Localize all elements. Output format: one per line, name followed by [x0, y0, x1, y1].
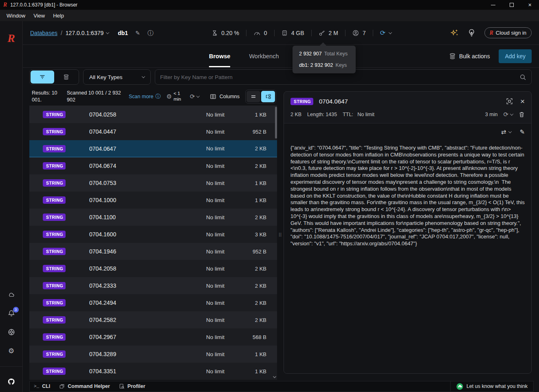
key-list-row[interactable]: STRING 0704.0753 No limit 1 KB — [29, 174, 277, 192]
chevron-down-icon — [389, 31, 392, 34]
key-type-badge: STRING — [43, 128, 66, 135]
nav-sidebar: R 3 ⚙ — [0, 21, 23, 392]
edit-alias-icon[interactable]: ✎ — [135, 30, 140, 36]
command-helper-tab[interactable]: Command Helper — [59, 383, 110, 389]
key-type-badge: STRING — [43, 282, 66, 289]
scrollbar-thumb[interactable] — [275, 107, 277, 139]
menu-window[interactable]: Window — [2, 13, 29, 19]
notifications-button[interactable]: 3 — [7, 309, 15, 317]
maximize-icon — [510, 3, 514, 7]
tab-workbench[interactable]: Workbench — [249, 45, 279, 67]
cloud-icon — [7, 291, 15, 298]
copilot-sparkles-icon[interactable] — [450, 29, 459, 37]
key-list-row[interactable]: STRING 0704.1000 No limit 1 KB — [29, 192, 277, 209]
key-size: 952 B — [240, 249, 266, 255]
layers-stack-icon — [449, 53, 456, 59]
key-list-row[interactable]: STRING 0704.2967 No limit 568 B — [29, 328, 277, 346]
key-name: 0704.1600 — [89, 231, 206, 238]
add-key-button[interactable]: Add key — [499, 49, 532, 63]
key-list-row[interactable]: STRING 0704.1100 No limit 2 KB — [29, 209, 277, 226]
key-list-row[interactable]: STRING 0704.0258 No limit 1 KB — [29, 106, 277, 123]
cli-tab[interactable]: >_ CLI — [34, 383, 50, 389]
key-name: 0704.2494 — [89, 300, 206, 306]
key-ttl: No limit — [206, 214, 240, 220]
close-details-icon[interactable]: × — [520, 97, 525, 105]
lightbulb-icon[interactable] — [468, 29, 475, 37]
details-refresh-rate: 3 min — [485, 112, 498, 117]
auto-refresh-control[interactable]: ⚙ < 1 min — [166, 91, 184, 101]
metrics-refresh[interactable]: ⟳ — [373, 30, 398, 36]
details-refresh-button[interactable]: ⟳ — [503, 111, 513, 118]
tabbar: Browse Workbench A Bulk actions Add key — [23, 45, 539, 68]
key-list-row[interactable]: STRING 0704.1600 No limit 3 KB — [29, 226, 277, 243]
breadcrumb-separator: / — [61, 30, 62, 36]
key-list-row[interactable]: STRING 0704.2582 No limit 2 KB — [29, 311, 277, 328]
minimize-button[interactable] — [484, 0, 502, 10]
group-view-button[interactable] — [54, 70, 78, 84]
scan-more-link[interactable]: Scan more ⓘ — [129, 94, 161, 99]
key-list-row[interactable]: STRING 0704.1946 No limit 952 B — [29, 243, 277, 260]
key-list-row[interactable]: STRING 0704.0447 No limit 952 B — [29, 123, 277, 140]
breadcrumb-databases-link[interactable]: Databases — [30, 30, 57, 36]
menu-help[interactable]: Help — [49, 13, 68, 19]
key-name: 0704.3289 — [89, 351, 206, 357]
key-ttl: No limit — [206, 368, 240, 374]
notification-count-badge: 3 — [13, 307, 19, 313]
search-icon[interactable] — [519, 74, 526, 81]
fullscreen-icon[interactable] — [506, 98, 513, 105]
keys-metric[interactable]: 2 M — [311, 30, 345, 36]
feedback-link[interactable]: Let us know what you think — [450, 381, 533, 391]
settings-button[interactable]: ⚙ — [7, 347, 15, 355]
tree-view-button[interactable] — [261, 91, 275, 102]
maximize-button[interactable] — [502, 0, 521, 10]
key-type-filter-select[interactable]: All Key Types — [83, 69, 151, 85]
tab-browse[interactable]: Browse — [209, 45, 230, 67]
bulk-actions-button[interactable]: Bulk actions — [449, 53, 490, 59]
profiler-tab[interactable]: Profiler — [119, 383, 145, 389]
key-type-badge: STRING — [43, 196, 66, 204]
key-list-row[interactable]: STRING 0704.3289 No limit 1 KB — [29, 346, 277, 363]
key-size: 2 KB — [240, 266, 266, 272]
delete-key-icon[interactable] — [519, 111, 525, 118]
instance-selector[interactable]: 127.0.0.1:6379 — [66, 30, 109, 36]
key-ttl[interactable]: TTL: No limit — [343, 112, 374, 117]
key-name: 0704.1946 — [89, 248, 206, 255]
tooltip-total-keys: 2 932 907Total Keys — [299, 51, 349, 57]
list-scrollbar[interactable] — [275, 107, 277, 372]
key-type-badge: STRING — [43, 333, 66, 341]
key-list-row[interactable]: STRING 0704.2494 No limit 2 KB — [29, 294, 277, 311]
key-name: 0704.1000 — [89, 197, 206, 203]
key-list-row[interactable]: STRING 0704.2058 No limit 2 KB — [29, 260, 277, 277]
key-list-row[interactable]: STRING 0704.0674 No limit 2 KB — [29, 157, 277, 174]
filter-lines-icon — [39, 74, 46, 80]
app-window: R 127.0.0.1:6379 [db1] - Browser × Windo… — [0, 0, 539, 392]
key-size: 2 KB — [240, 214, 266, 220]
key-list-row[interactable]: STRING 0704.2333 No limit 2 KB — [29, 277, 277, 294]
key-size: 2 KB — [240, 283, 266, 289]
edit-value-icon[interactable]: ✎ — [519, 128, 525, 136]
key-value-text[interactable]: {"arxiv_id": "0704.0647", "title": "Test… — [290, 145, 525, 247]
key-list-row[interactable]: STRING 0704.0647 No limit 2 KB — [29, 140, 277, 157]
close-button[interactable]: × — [521, 0, 539, 10]
scroll-down-icon[interactable] — [273, 376, 277, 379]
info-icon[interactable]: ⓘ — [147, 30, 154, 36]
panel-resize-handle[interactable]: || — [277, 87, 284, 381]
github-button[interactable] — [7, 377, 15, 385]
formatter-selector[interactable]: ⇄ — [501, 128, 512, 136]
key-list-row[interactable]: STRING 0704.3351 No limit 1 KB — [29, 363, 277, 380]
overview-metrics: 0.20 % 0 4 GB 2 M — [205, 30, 398, 36]
filter-view-button[interactable] — [31, 70, 54, 84]
list-view-button[interactable] — [246, 91, 260, 102]
list-refresh-button[interactable]: ⟳ — [190, 93, 200, 100]
cloud-sign-in-button[interactable]: R Cloud sign in — [484, 27, 532, 38]
help-button[interactable] — [7, 328, 15, 336]
view-toggle — [245, 90, 276, 104]
search-input[interactable] — [160, 74, 519, 80]
menu-view[interactable]: View — [29, 13, 49, 19]
hourglass-icon — [211, 30, 218, 36]
columns-toggle[interactable]: Columns — [210, 94, 240, 99]
results-bar: Results: 10 001. Scanned 10 001 / 2 932 … — [29, 87, 277, 106]
cloud-button[interactable] — [7, 291, 15, 299]
key-list-panel: Results: 10 001. Scanned 10 001 / 2 932 … — [29, 87, 277, 381]
key-size: 1 KB — [240, 112, 266, 118]
